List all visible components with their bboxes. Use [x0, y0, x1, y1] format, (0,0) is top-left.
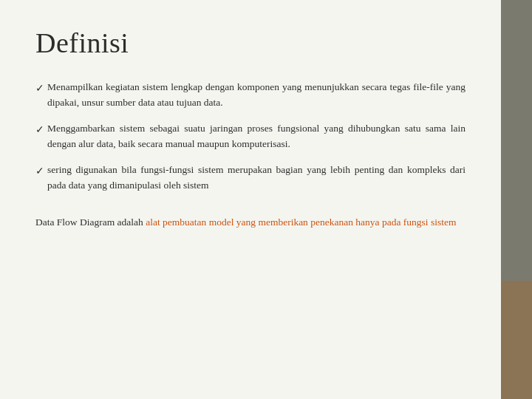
right-sidebar [501, 0, 532, 399]
slide-title: Definisi [35, 27, 466, 59]
bullet-text-1: Menampilkan kegiatan sistem lengkap deng… [47, 80, 466, 111]
bottom-paragraph: Data Flow Diagram adalah alat pembuatan … [35, 214, 466, 231]
bullet-list: ✓ Menampilkan kegiatan sistem lengkap de… [35, 80, 466, 194]
list-item: ✓ sering digunakan bila fungsi-fungsi si… [35, 163, 466, 194]
bottom-text-highlight: alat pembuatan model yang memberikan pen… [146, 216, 456, 228]
check-icon: ✓ [35, 163, 44, 180]
bottom-text-normal: Data Flow Diagram adalah [35, 216, 143, 228]
sidebar-top-color [501, 0, 532, 281]
list-item: ✓ Menampilkan kegiatan sistem lengkap de… [35, 80, 466, 111]
bullet-text-2: Menggambarkan sistem sebagai suatu jarin… [47, 121, 466, 152]
list-item: ✓ Menggambarkan sistem sebagai suatu jar… [35, 121, 466, 152]
slide-container: Definisi ✓ Menampilkan kegiatan sistem l… [0, 0, 532, 399]
main-content: Definisi ✓ Menampilkan kegiatan sistem l… [0, 0, 501, 399]
check-icon: ✓ [35, 81, 44, 97]
bullet-text-3: sering digunakan bila fungsi-fungsi sist… [47, 163, 466, 194]
check-icon: ✓ [35, 122, 44, 138]
sidebar-bottom-color [501, 281, 532, 399]
